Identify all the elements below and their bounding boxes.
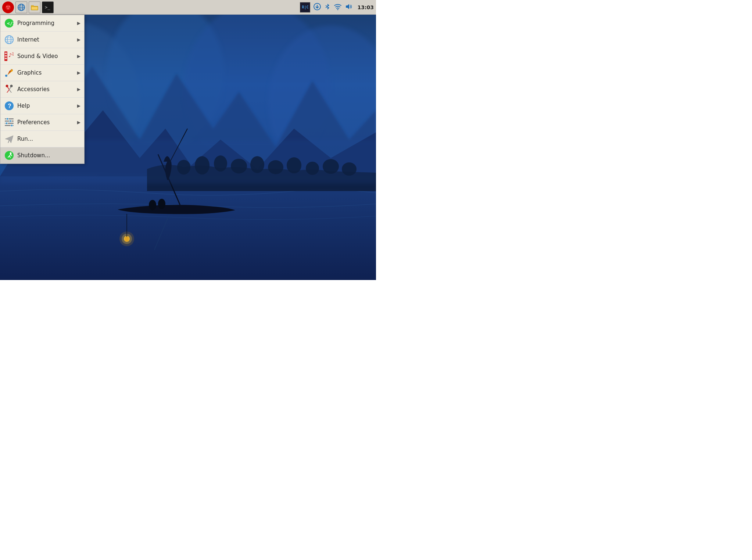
internet-icon [4, 35, 14, 45]
menu-item-preferences[interactable]: Preferences ▶ [0, 114, 84, 131]
help-label: Help [17, 103, 77, 109]
browser-button[interactable] [15, 1, 27, 13]
sound-video-arrow: ▶ [77, 54, 80, 59]
menu-item-accessories[interactable]: Accessories ▶ [0, 81, 84, 98]
help-icon: ? [4, 101, 14, 111]
svg-text:</>: </> [7, 21, 14, 26]
svg-marker-43 [346, 4, 349, 9]
svg-point-74 [5, 151, 14, 160]
svg-line-73 [8, 140, 9, 143]
svg-point-18 [149, 200, 156, 210]
internet-arrow: ▶ [77, 37, 80, 42]
svg-rect-37 [31, 7, 38, 10]
internet-label: Internet [17, 36, 77, 43]
sound-video-icon: ♪ ♫ [4, 51, 14, 61]
preferences-arrow: ▶ [77, 120, 80, 125]
svg-point-51 [5, 35, 14, 44]
menu-item-graphics[interactable]: Graphics ▶ [0, 65, 84, 81]
svg-point-68 [6, 118, 8, 120]
svg-point-58 [5, 75, 7, 77]
programming-icon: </> [4, 18, 14, 28]
preferences-label: Preferences [17, 119, 77, 126]
menu-item-help[interactable]: ? Help ▶ [0, 98, 84, 114]
taskbar-right: R|C [300, 2, 374, 12]
run-icon [4, 134, 14, 144]
svg-text:♫: ♫ [11, 52, 14, 56]
raspberry-menu-button[interactable] [2, 1, 14, 13]
svg-rect-54 [5, 55, 7, 57]
svg-point-30 [8, 6, 10, 7]
svg-point-59 [11, 70, 12, 72]
download-icon[interactable] [313, 3, 321, 12]
svg-point-19 [158, 199, 165, 209]
menu-item-shutdown[interactable]: Shutdown... [0, 147, 84, 164]
svg-point-71 [11, 125, 13, 127]
programming-arrow: ▶ [77, 21, 80, 26]
help-arrow: ▶ [77, 103, 80, 108]
sound-video-label: Sound & Video [17, 53, 77, 60]
graphics-icon [4, 68, 14, 78]
svg-point-31 [7, 8, 9, 9]
accessories-arrow: ▶ [77, 87, 80, 92]
taskbar-left: >_ [2, 1, 300, 13]
taskbar: >_ R|C [0, 0, 376, 15]
svg-rect-5 [0, 176, 376, 280]
files-button[interactable] [29, 1, 40, 13]
menu-item-internet[interactable]: Internet ▶ [0, 32, 84, 48]
svg-rect-55 [5, 58, 7, 59]
svg-rect-53 [5, 53, 7, 54]
svg-point-29 [6, 6, 8, 7]
accessories-label: Accessories [17, 86, 77, 93]
shutdown-icon [4, 150, 14, 161]
wifi-icon[interactable] [334, 3, 342, 12]
app-menu: </> Programming ▶ Internet ▶ [0, 15, 85, 164]
svg-point-69 [9, 120, 11, 122]
run-label: Run... [17, 136, 80, 142]
svg-point-61 [10, 85, 12, 87]
vnc-icon[interactable]: R|C [300, 2, 310, 12]
accessories-icon [4, 84, 14, 94]
graphics-label: Graphics [17, 69, 77, 76]
terminal-button[interactable]: >_ [42, 1, 54, 13]
clock: 13:03 [357, 4, 374, 10]
preferences-icon [4, 117, 14, 128]
menu-item-run[interactable]: Run... [0, 131, 84, 147]
menu-item-programming[interactable]: </> Programming ▶ [0, 15, 84, 32]
svg-marker-72 [5, 136, 13, 143]
svg-point-70 [6, 122, 8, 125]
volume-icon[interactable] [345, 3, 353, 12]
svg-rect-24 [125, 237, 129, 241]
svg-point-42 [337, 9, 339, 10]
graphics-arrow: ▶ [77, 70, 80, 75]
svg-text:>_: >_ [45, 5, 50, 10]
vnc-label: R|C [302, 5, 308, 9]
svg-text:?: ? [8, 103, 11, 109]
menu-item-sound-video[interactable]: ♪ ♫ Sound & Video ▶ [0, 48, 84, 65]
shutdown-label: Shutdown... [17, 152, 80, 159]
bluetooth-icon[interactable] [324, 3, 331, 12]
svg-point-60 [6, 85, 8, 87]
programming-label: Programming [17, 20, 77, 26]
